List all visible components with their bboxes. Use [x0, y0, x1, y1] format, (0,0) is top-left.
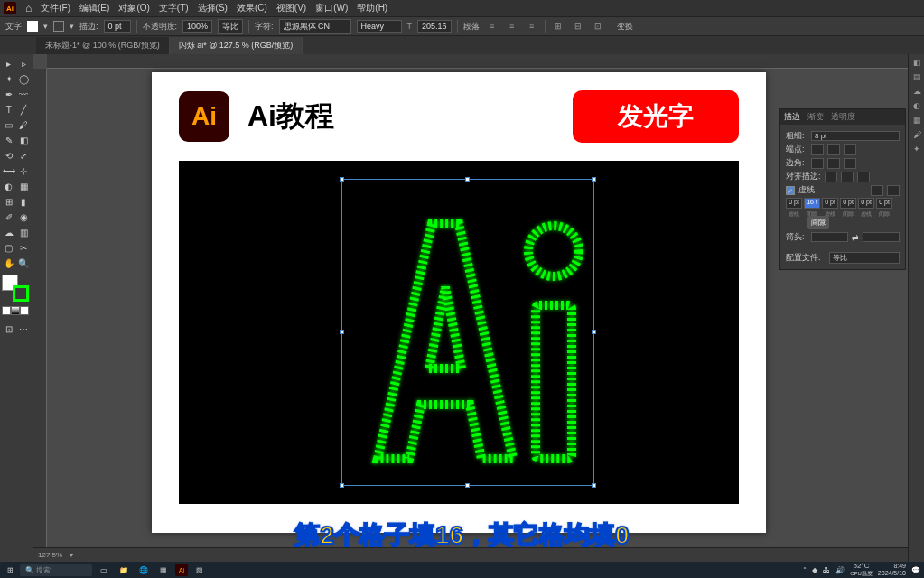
- cap-square-icon[interactable]: [844, 144, 856, 155]
- scale-tool-icon[interactable]: ⤢: [17, 148, 32, 163]
- app-icon[interactable]: ▦: [155, 564, 172, 576]
- gradient-mode-icon[interactable]: [11, 306, 20, 315]
- menu-file[interactable]: 文件(F): [41, 2, 70, 14]
- dash-input-4[interactable]: 0 pt: [840, 198, 856, 209]
- align-inside-icon[interactable]: [841, 172, 854, 182]
- align-right-icon[interactable]: ≡: [525, 19, 539, 33]
- libraries-icon[interactable]: ☁: [910, 87, 923, 99]
- corner-miter-icon[interactable]: [811, 158, 824, 169]
- direct-selection-tool-icon[interactable]: ▹: [17, 56, 32, 70]
- arrow-start-dropdown[interactable]: —: [811, 232, 848, 242]
- explorer-icon[interactable]: 📁: [116, 564, 132, 576]
- stroke-panel[interactable]: 描边 渐变 透明度 粗细: 8 pt 端点: 边角: 对齐描边: ✓ 虚: [779, 108, 906, 270]
- pen-tool-icon[interactable]: ✒: [2, 87, 16, 101]
- selection-handle-icon[interactable]: [340, 330, 344, 334]
- zoom-input[interactable]: 127.5%: [38, 551, 62, 559]
- tab-transparency[interactable]: 透明度: [831, 111, 855, 123]
- hand-tool-icon[interactable]: ✋: [2, 256, 16, 270]
- swatches-icon[interactable]: ▦: [910, 116, 923, 128]
- screen-mode-icon[interactable]: ⊡: [2, 322, 16, 336]
- swap-arrow-icon[interactable]: ⇄: [852, 233, 859, 242]
- stroke-dropdown-icon[interactable]: ▾: [70, 22, 74, 31]
- tray-chevron-icon[interactable]: ˄: [803, 566, 807, 574]
- brushes-icon[interactable]: 🖌: [910, 130, 923, 143]
- misc-icon[interactable]: ▧: [191, 564, 208, 576]
- dash-input-1[interactable]: 0 pt: [786, 198, 802, 209]
- align-left-icon[interactable]: ≡: [485, 19, 499, 33]
- free-transform-tool-icon[interactable]: ⊹: [17, 163, 32, 178]
- shape-builder-tool-icon[interactable]: ◐: [2, 179, 16, 193]
- glow-ai-text[interactable]: [359, 206, 594, 471]
- tray-icon[interactable]: ◆: [812, 566, 817, 574]
- artboard-tool-icon[interactable]: ▢: [2, 240, 16, 255]
- width-tool-icon[interactable]: ⟷: [2, 163, 16, 178]
- blend-tool-icon[interactable]: ◉: [17, 210, 32, 224]
- corner-bevel-icon[interactable]: [844, 158, 856, 169]
- align-outside-icon[interactable]: [857, 172, 870, 182]
- volume-icon[interactable]: 🔊: [835, 566, 845, 574]
- selection-handle-icon[interactable]: [340, 483, 344, 488]
- menu-edit[interactable]: 编辑(E): [79, 2, 109, 14]
- document-tab-2[interactable]: 闪烁 ai* @ 127.5 % (RGB/预览): [170, 37, 303, 54]
- opacity-input[interactable]: 100%: [182, 20, 212, 33]
- menu-type[interactable]: 文字(T): [159, 2, 189, 14]
- stroke-color-icon[interactable]: [13, 285, 29, 302]
- document-tab-1[interactable]: 未标题-1* @ 100 % (RGB/预览): [36, 37, 170, 54]
- artboard[interactable]: Ai Ai教程 发光字: [152, 72, 766, 533]
- dash-input-2[interactable]: 16 t: [804, 198, 820, 209]
- graph-tool-icon[interactable]: ▥: [17, 225, 32, 239]
- dash-align-icon[interactable]: [871, 185, 883, 196]
- font-name-dropdown[interactable]: 思源黑体 CN: [279, 19, 351, 34]
- arrow-end-dropdown[interactable]: —: [863, 232, 900, 242]
- selection-handle-icon[interactable]: [465, 483, 470, 488]
- zoom-tool-icon[interactable]: 🔍: [17, 256, 32, 270]
- selection-tool-icon[interactable]: ▸: [2, 56, 16, 70]
- line-tool-icon[interactable]: ╱: [17, 102, 32, 117]
- none-mode-icon[interactable]: [20, 306, 29, 315]
- dash-input-5[interactable]: 0 pt: [858, 198, 874, 209]
- selection-handle-icon[interactable]: [340, 177, 344, 182]
- task-view-icon[interactable]: ▭: [96, 564, 112, 576]
- dash-input-3[interactable]: 0 pt: [822, 198, 838, 209]
- fill-dropdown-icon[interactable]: ▾: [43, 22, 48, 31]
- lasso-tool-icon[interactable]: ◯: [17, 71, 32, 86]
- align-center-icon[interactable]: [825, 172, 837, 182]
- paragraph-label[interactable]: 段落: [463, 21, 480, 33]
- tab-gradient[interactable]: 渐变: [807, 111, 824, 123]
- menu-window[interactable]: 窗口(W): [315, 2, 348, 14]
- mesh-tool-icon[interactable]: ⊞: [2, 194, 16, 209]
- home-icon[interactable]: ⌂: [25, 2, 32, 14]
- rotate-tool-icon[interactable]: ⟲: [2, 148, 16, 163]
- notification-icon[interactable]: 💬: [911, 566, 920, 574]
- shaper-tool-icon[interactable]: ✎: [2, 133, 16, 147]
- menu-select[interactable]: 选择(S): [198, 2, 228, 14]
- slice-tool-icon[interactable]: ✂: [17, 240, 32, 255]
- menu-effect[interactable]: 效果(C): [237, 2, 267, 14]
- start-button-icon[interactable]: ⊞: [4, 564, 16, 576]
- symbols-icon[interactable]: ✦: [910, 144, 923, 157]
- tab-stroke[interactable]: 描边: [784, 111, 800, 123]
- stroke-swatch-icon[interactable]: [53, 21, 64, 32]
- font-weight-dropdown[interactable]: Heavy: [357, 20, 402, 33]
- weight-input[interactable]: 8 pt: [811, 131, 900, 141]
- selection-handle-icon[interactable]: [592, 483, 596, 488]
- font-size-input[interactable]: 205.16: [417, 20, 452, 33]
- options-icon[interactable]: ⊞: [551, 19, 565, 33]
- style-dropdown[interactable]: 等比: [218, 19, 243, 34]
- gradient-tool-icon[interactable]: ▮: [17, 194, 32, 209]
- corner-round-icon[interactable]: [827, 158, 840, 169]
- eraser-tool-icon[interactable]: ◧: [17, 133, 32, 147]
- selection-handle-icon[interactable]: [465, 177, 470, 182]
- cap-butt-icon[interactable]: [811, 144, 824, 155]
- dash-align2-icon[interactable]: [887, 185, 900, 196]
- selection-handle-icon[interactable]: [592, 177, 596, 182]
- type-tool-icon[interactable]: T: [2, 102, 16, 117]
- menu-help[interactable]: 帮助(H): [357, 2, 387, 14]
- align-center-icon[interactable]: ≡: [505, 19, 519, 33]
- profile-dropdown[interactable]: 等比: [829, 252, 900, 264]
- temp-widget[interactable]: 52°C CPU温度: [850, 563, 873, 577]
- menu-view[interactable]: 视图(V): [276, 2, 306, 14]
- cap-round-icon[interactable]: [827, 144, 840, 155]
- properties-icon[interactable]: ◧: [910, 58, 923, 70]
- perspective-tool-icon[interactable]: ▦: [17, 179, 32, 193]
